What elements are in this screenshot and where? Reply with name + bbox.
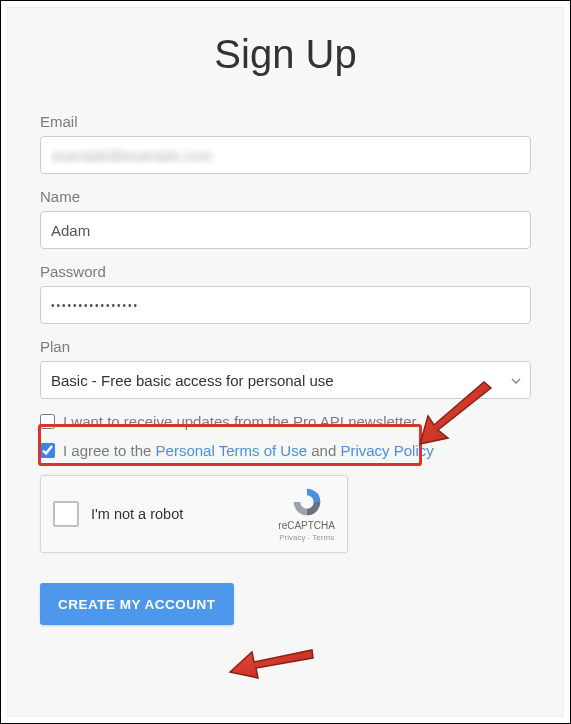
recaptcha-label: I'm not a robot (91, 506, 266, 522)
email-label: Email (40, 113, 531, 130)
recaptcha-icon (291, 486, 323, 518)
page-title: Sign Up (40, 32, 531, 77)
create-account-button[interactable]: CREATE MY ACCOUNT (40, 583, 234, 625)
terms-of-use-link[interactable]: Personal Terms of Use (156, 442, 307, 459)
terms-checkbox[interactable] (40, 443, 55, 458)
annotation-arrow-submit (228, 646, 318, 696)
signup-panel: Sign Up Email Name Password Plan Basic -… (7, 7, 564, 717)
recaptcha-brand: reCAPTCHA Privacy - Terms (278, 486, 335, 542)
terms-label: I agree to the Personal Terms of Use and… (63, 442, 434, 459)
plan-selected-value: Basic - Free basic access for personal u… (51, 372, 334, 389)
password-label: Password (40, 263, 531, 280)
newsletter-checkbox[interactable] (40, 414, 55, 429)
name-label: Name (40, 188, 531, 205)
recaptcha-checkbox[interactable] (53, 501, 79, 527)
password-field[interactable] (40, 286, 531, 324)
name-field[interactable] (40, 211, 531, 249)
plan-label: Plan (40, 338, 531, 355)
newsletter-label: I want to receive updates from the Pro A… (63, 413, 417, 430)
plan-select[interactable]: Basic - Free basic access for personal u… (40, 361, 531, 399)
email-field[interactable] (40, 136, 531, 174)
recaptcha-widget: I'm not a robot reCAPTCHA Privacy - Term… (40, 475, 348, 553)
privacy-policy-link[interactable]: Privacy Policy (340, 442, 433, 459)
